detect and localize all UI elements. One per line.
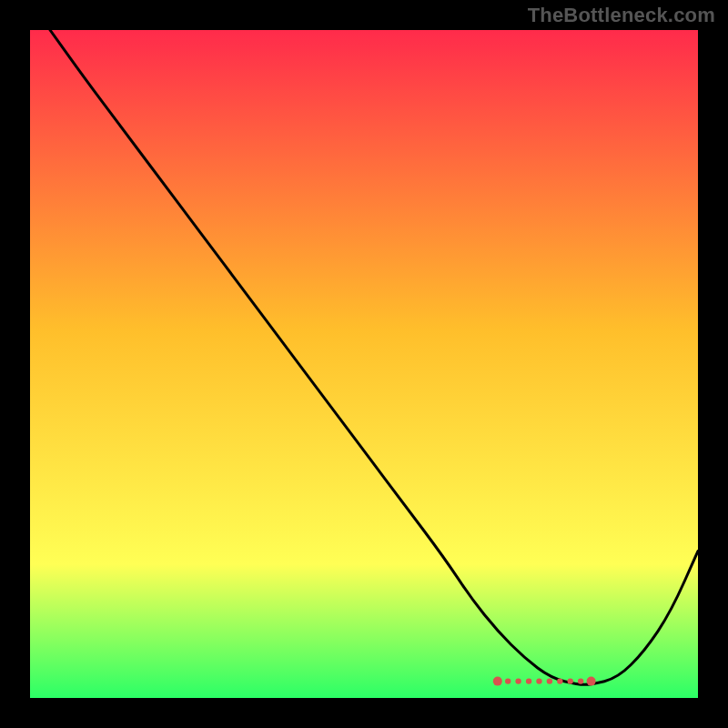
- optimal-range-dot: [578, 678, 583, 683]
- plot-area: [30, 30, 698, 698]
- optimal-range-dot: [515, 678, 521, 683]
- optimal-range-dot: [568, 678, 573, 683]
- gradient-background: [30, 30, 698, 698]
- optimal-range-dot: [547, 678, 552, 683]
- optimal-range-dot: [557, 678, 562, 683]
- bottleneck-chart: [30, 30, 698, 698]
- optimal-range-dot: [536, 678, 541, 683]
- optimal-range-dot: [505, 678, 511, 683]
- watermark-text: TheBottleneck.com: [528, 4, 715, 27]
- optimal-range-dot: [526, 678, 531, 683]
- optimal-range-dot: [587, 677, 596, 686]
- optimal-range-dot: [493, 677, 502, 686]
- chart-frame: TheBottleneck.com: [0, 0, 728, 728]
